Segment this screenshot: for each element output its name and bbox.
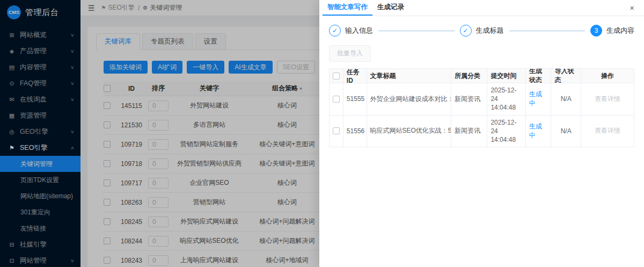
close-icon[interactable]: × xyxy=(623,3,641,12)
submit-date: 2025-12-24 xyxy=(491,119,516,135)
col-submit-time: 提交时间 xyxy=(487,69,525,83)
generation-table-header: 任务ID 文章标题 所属分类 提交时间 生成状态 导入状态 操作 xyxy=(330,69,634,83)
step: 3 生成内容 xyxy=(590,25,634,37)
step-circle: ✓ xyxy=(329,25,341,37)
step: ✓ 生成标题 xyxy=(460,25,504,37)
col-category: 所属分类 xyxy=(451,69,487,83)
submit-time: 14:04:48 xyxy=(491,136,516,143)
view-details-link[interactable]: 查看详情 xyxy=(595,95,620,104)
generation-table: 任务ID 文章标题 所属分类 提交时间 生成状态 导入状态 操作 51555 外… xyxy=(329,68,634,147)
step-connector xyxy=(378,31,455,31)
article-title: 外贸企业网站建设成本对比：响应式设计与传... xyxy=(367,83,451,115)
generation-row: 51556 响应式网站SEO优化实战：5个提升外贸企业搜... 新闻资讯 202… xyxy=(330,115,634,147)
generation-status: 生成中 xyxy=(526,116,552,147)
tab-generation-records[interactable]: 生成记录 xyxy=(372,0,409,16)
generation-row: 51555 外贸企业网站建设成本对比：响应式设计与传... 新闻资讯 2025-… xyxy=(330,83,634,115)
category: 新闻资讯 xyxy=(451,83,487,115)
import-status: N/A xyxy=(551,83,581,115)
row-checkbox[interactable] xyxy=(333,127,340,134)
submit-time: 14:04:48 xyxy=(491,104,516,111)
task-id: 51556 xyxy=(343,116,367,147)
step: ✓ 输入信息 xyxy=(329,25,373,37)
steps-bar: ✓ 输入信息 ✓ 生成标题 3 生成内容 xyxy=(319,16,644,37)
category: 新闻资讯 xyxy=(451,116,487,147)
batch-import-button[interactable]: 批量导入 xyxy=(329,45,371,62)
generation-status: 生成中 xyxy=(526,83,552,115)
step-label: 生成内容 xyxy=(606,26,634,35)
row-checkbox[interactable] xyxy=(333,96,340,103)
view-details-link[interactable]: 查看详情 xyxy=(595,126,620,135)
article-drawer: 智能文章写作 生成记录 × ✓ 输入信息 ✓ 生成标题 3 生成内容 xyxy=(319,0,644,267)
col-import-status: 导入状态 xyxy=(551,69,581,83)
col-article-title: 文章标题 xyxy=(367,69,451,83)
col-gen-status: 生成状态 xyxy=(526,69,552,83)
select-all-checkbox[interactable] xyxy=(333,73,340,80)
tab-smart-article-writing[interactable]: 智能文章写作 xyxy=(323,0,372,16)
article-title: 响应式网站SEO优化实战：5个提升外贸企业搜... xyxy=(367,116,451,147)
step-circle: ✓ xyxy=(460,25,472,37)
step-circle: 3 xyxy=(590,25,602,37)
step-label: 生成标题 xyxy=(476,26,504,35)
col-operation: 操作 xyxy=(581,69,634,83)
col-task-id: 任务ID xyxy=(343,69,367,83)
drawer-tabs: 智能文章写作 生成记录 × xyxy=(319,0,644,16)
import-status: N/A xyxy=(551,116,581,147)
step-label: 输入信息 xyxy=(345,26,373,35)
task-id: 51555 xyxy=(343,83,367,115)
step-connector xyxy=(509,31,586,31)
submit-date: 2025-12-24 xyxy=(491,86,516,103)
